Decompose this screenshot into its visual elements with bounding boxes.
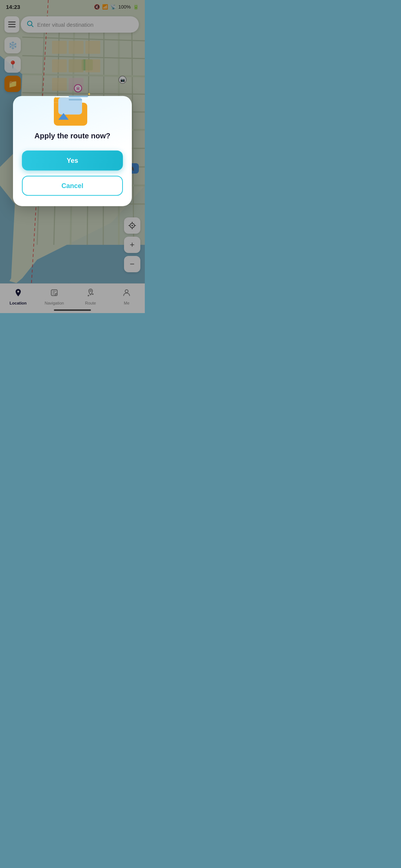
paper-line-1 xyxy=(69,96,88,97)
cancel-button[interactable]: Cancel xyxy=(22,176,123,196)
modal-icon-area: ✦ ✦ xyxy=(50,89,95,126)
folder-paper xyxy=(58,98,82,115)
arrow-head xyxy=(58,113,69,120)
folder-paper-lines xyxy=(69,96,88,101)
modal-dialog: ✦ ✦ Apply the route now? Yes Cancel xyxy=(13,96,132,206)
home-indicator xyxy=(54,309,91,311)
yes-button[interactable]: Yes xyxy=(22,151,123,171)
paper-line-2 xyxy=(69,99,82,101)
modal-title: Apply the route now? xyxy=(35,132,110,140)
